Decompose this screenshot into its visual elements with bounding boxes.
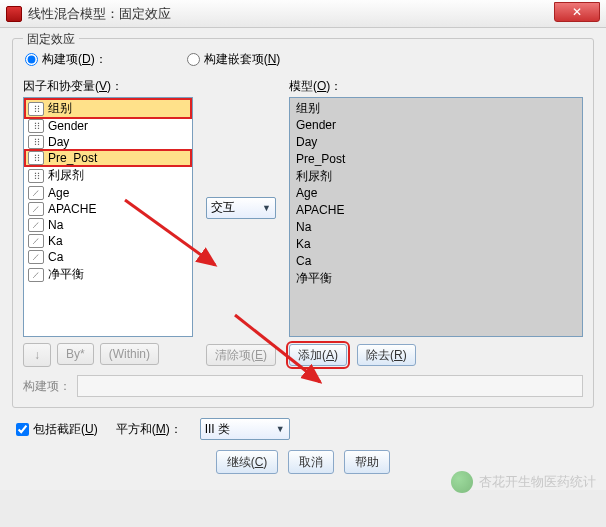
covariate-icon [28, 218, 44, 232]
columns: 因子和协变量(V)： 组别GenderDayPre_Post利尿剂AgeAPAC… [23, 78, 583, 337]
covariate-icon [28, 268, 44, 282]
fixed-effects-group: 固定效应 构建项(D)： 构建嵌套项(N) 因子和协变量(V)： 组别Gende… [12, 38, 594, 408]
model-item[interactable]: Day [294, 134, 578, 151]
list-item[interactable]: 利尿剂 [25, 166, 191, 185]
list-item-label: Na [48, 218, 63, 232]
sos-combo[interactable]: III 类 ▼ [200, 418, 290, 440]
list-item[interactable]: Gender [25, 118, 191, 134]
radio-row: 构建项(D)： 构建嵌套项(N) [23, 47, 583, 78]
radio-build-nested[interactable]: 构建嵌套项(N) [187, 51, 281, 68]
help-button[interactable]: 帮助 [344, 450, 390, 474]
list-item[interactable]: Na [25, 217, 191, 233]
factor-icon [28, 119, 44, 133]
list-item-label: Age [48, 186, 69, 200]
list-item-label: 利尿剂 [48, 167, 84, 184]
group-legend: 固定效应 [23, 31, 79, 48]
cancel-button[interactable]: 取消 [288, 450, 334, 474]
list-item[interactable]: Age [25, 185, 191, 201]
model-item[interactable]: APACHE [294, 202, 578, 219]
by-button: By* [57, 343, 94, 365]
list-item[interactable]: Ka [25, 233, 191, 249]
chevron-down-icon: ▼ [276, 424, 285, 434]
model-item[interactable]: Ka [294, 236, 578, 253]
interaction-combo-value: 交互 [211, 199, 235, 216]
covariate-icon [28, 250, 44, 264]
under-lists-row: ↓ By* (Within) 清除项(E) 添加(A) 除去(R) [23, 343, 583, 367]
model-item[interactable]: 利尿剂 [294, 168, 578, 185]
build-term-row: 构建项： [23, 375, 583, 397]
model-label: 模型(O)： [289, 78, 583, 95]
within-button: (Within) [100, 343, 159, 365]
move-down-button: ↓ [23, 343, 51, 367]
list-item-label: 组别 [48, 100, 72, 117]
watermark: 杏花开生物医药统计 [451, 471, 596, 493]
model-item[interactable]: Ca [294, 253, 578, 270]
footer-options-row: 包括截距(U) 平方和(M)： III 类 ▼ [12, 414, 594, 440]
include-intercept-check[interactable]: 包括截距(U) [16, 421, 98, 438]
covariate-icon [28, 186, 44, 200]
wechat-icon [451, 471, 473, 493]
list-item[interactable]: APACHE [25, 201, 191, 217]
list-item[interactable]: 净平衡 [25, 265, 191, 284]
remove-button[interactable]: 除去(R) [357, 344, 416, 366]
titlebar: 线性混合模型：固定效应 ✕ [0, 0, 606, 28]
list-item-label: APACHE [48, 202, 96, 216]
factor-icon [28, 151, 44, 165]
watermark-text: 杏花开生物医药统计 [479, 473, 596, 491]
interaction-combo[interactable]: 交互 ▼ [206, 197, 276, 219]
factor-icon [28, 135, 44, 149]
model-item[interactable]: 净平衡 [294, 270, 578, 287]
factors-label: 因子和协变量(V)： [23, 78, 193, 95]
middle-column: 交互 ▼ [201, 78, 281, 337]
clear-term-button: 清除项(E) [206, 344, 276, 366]
list-item-label: Pre_Post [48, 151, 97, 165]
close-button[interactable]: ✕ [554, 2, 600, 22]
build-term-label: 构建项： [23, 378, 71, 395]
app-icon [6, 6, 22, 22]
list-item[interactable]: Pre_Post [25, 150, 191, 166]
model-item[interactable]: Gender [294, 117, 578, 134]
list-item-label: 净平衡 [48, 266, 84, 283]
model-item[interactable]: 组别 [294, 100, 578, 117]
model-column: 模型(O)： 组别GenderDayPre_Post利尿剂AgeAPACHENa… [289, 78, 583, 337]
factors-column: 因子和协变量(V)： 组别GenderDayPre_Post利尿剂AgeAPAC… [23, 78, 193, 337]
factor-icon [28, 169, 44, 183]
add-button[interactable]: 添加(A) [289, 344, 347, 366]
covariate-icon [28, 234, 44, 248]
radio-build-terms[interactable]: 构建项(D)： [25, 51, 107, 68]
list-item-label: Gender [48, 119, 88, 133]
continue-button[interactable]: 继续(C) [216, 450, 279, 474]
window-title: 线性混合模型：固定效应 [28, 5, 171, 23]
dialog-body: 固定效应 构建项(D)： 构建嵌套项(N) 因子和协变量(V)： 组别Gende… [0, 28, 606, 490]
model-listbox[interactable]: 组别GenderDayPre_Post利尿剂AgeAPACHENaKaCa净平衡 [289, 97, 583, 337]
list-item[interactable]: Day [25, 134, 191, 150]
radio-build-terms-input[interactable] [25, 53, 38, 66]
include-intercept-input[interactable] [16, 423, 29, 436]
covariate-icon [28, 202, 44, 216]
chevron-down-icon: ▼ [262, 203, 271, 213]
list-item-label: Ka [48, 234, 63, 248]
list-item[interactable]: 组别 [25, 99, 191, 118]
list-item[interactable]: Ca [25, 249, 191, 265]
radio-build-nested-input[interactable] [187, 53, 200, 66]
sos-combo-value: III 类 [205, 421, 230, 438]
list-item-label: Day [48, 135, 69, 149]
list-item-label: Ca [48, 250, 63, 264]
build-term-box [77, 375, 583, 397]
sos-label: 平方和(M)： [116, 421, 182, 438]
model-item[interactable]: Age [294, 185, 578, 202]
factors-listbox[interactable]: 组别GenderDayPre_Post利尿剂AgeAPACHENaKaCa净平衡 [23, 97, 193, 337]
factor-icon [28, 102, 44, 116]
model-item[interactable]: Na [294, 219, 578, 236]
model-item[interactable]: Pre_Post [294, 151, 578, 168]
